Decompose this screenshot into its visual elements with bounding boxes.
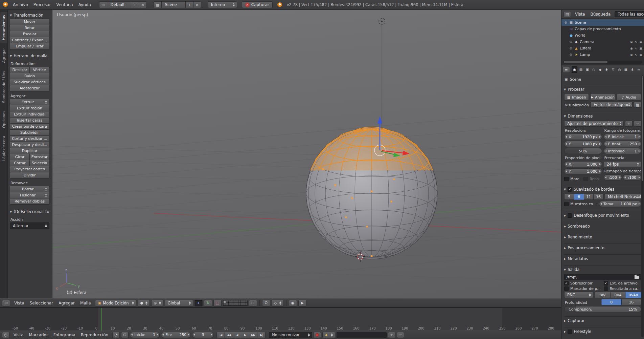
- preset-add-button[interactable]: +: [625, 121, 632, 127]
- frame-step-field[interactable]: Intervalo: 1: [604, 148, 642, 154]
- fps-dropdown[interactable]: 24 fps: [604, 161, 642, 167]
- depth-8-button[interactable]: 8: [601, 299, 622, 305]
- record-button[interactable]: [314, 332, 321, 338]
- properties-tab[interactable]: ▤: [578, 66, 584, 73]
- performance-panel-header[interactable]: ▶ Rendimiento: [564, 234, 642, 240]
- aa-filter-dropdown[interactable]: Mitchell-Netravali: [605, 194, 641, 200]
- render-animation-button[interactable]: ▶ Animación: [590, 94, 615, 101]
- tree-row-world[interactable]: ● World: [561, 32, 644, 39]
- scene-delete-button[interactable]: ×: [193, 1, 201, 8]
- aa-samples-8[interactable]: 8: [574, 194, 584, 200]
- layout-name-field[interactable]: Default: [107, 1, 131, 8]
- toolshelf-tab[interactable]: Agregar: [0, 45, 7, 66]
- menubar-item[interactable]: Vista: [572, 12, 588, 17]
- menubar-item[interactable]: Fotograma: [51, 333, 78, 337]
- toolshelf-tab[interactable]: Herramientas: [0, 12, 7, 43]
- select-toggle-icon[interactable]: ↖: [635, 40, 638, 44]
- menubar-item[interactable]: Vista: [12, 301, 27, 305]
- tree-row-scene[interactable]: ⊖ ▦ Scene: [561, 19, 644, 26]
- tool-button[interactable]: Extruir región: [10, 105, 49, 111]
- playback-button[interactable]: ◀◀: [225, 332, 233, 338]
- tool-button[interactable]: Dividir: [10, 172, 49, 178]
- metadata-panel-header[interactable]: ▶ Metadatos: [564, 255, 642, 262]
- tool-button[interactable]: Seleccio: [29, 160, 49, 166]
- tool-button[interactable]: Mover: [10, 19, 49, 25]
- editor-type-button[interactable]: ◷: [2, 332, 9, 338]
- snap-element-dropdown[interactable]: ◇: [272, 300, 284, 306]
- select-toggle-icon[interactable]: ↖: [635, 53, 638, 57]
- tool-button[interactable]: Suavizar vértices: [10, 79, 49, 85]
- menubar-item[interactable]: Ventana: [53, 2, 75, 7]
- properties-tab[interactable]: ◉: [572, 66, 577, 73]
- timeline-ruler[interactable]: -50-40-30-20-100102030405060708090100110…: [7, 326, 561, 330]
- tool-button[interactable]: Rotar: [10, 25, 49, 31]
- menubar-item[interactable]: Archivo: [10, 2, 31, 7]
- insert-keyframe-button[interactable]: +: [388, 332, 395, 338]
- menubar-item[interactable]: Malla: [77, 301, 94, 305]
- manipulator-translate-icon[interactable]: +: [194, 300, 203, 306]
- keying-set-dropdown[interactable]: ◆: [322, 332, 335, 338]
- toolshelf-tab[interactable]: Lápiz de cera: [0, 133, 7, 164]
- lock-frame-icon[interactable]: ⊡: [121, 332, 129, 338]
- capture-button[interactable]: × Capturar: [242, 1, 273, 8]
- tool-button[interactable]: Girar: [10, 154, 30, 160]
- motion-blur-panel-header[interactable]: ▶ ✓ Desenfoque por movimiento: [564, 212, 642, 219]
- properties-vscrollbar[interactable]: [641, 76, 644, 337]
- tool-button[interactable]: Enroscar: [29, 154, 49, 160]
- menubar-item[interactable]: Reproducción: [78, 333, 111, 337]
- merge-menu-button[interactable]: Fusionar: [10, 192, 49, 198]
- properties-tab[interactable]: ✱: [604, 66, 610, 73]
- dimensions-panel-header[interactable]: ▼ Dimensiones: [564, 113, 642, 120]
- properties-tab[interactable]: ◎: [617, 66, 622, 73]
- layout-browse-icon[interactable]: ⊞: [99, 1, 107, 8]
- opengl-render-image-icon[interactable]: ◉: [289, 300, 297, 306]
- render-toggle-icon[interactable]: ▣: [639, 40, 642, 44]
- color-rgb-button[interactable]: RVA: [610, 292, 626, 298]
- mesh-tools-panel-header[interactable]: ▼ Herram. de malla: [10, 52, 49, 59]
- motion-blur-checkbox[interactable]: ✓: [568, 213, 572, 218]
- layout-add-button[interactable]: +: [131, 1, 139, 8]
- folder-icon[interactable]: [635, 276, 639, 279]
- border-checkbox[interactable]: ✓ Marc: [564, 177, 582, 181]
- eye-toggle-icon[interactable]: ◉: [630, 40, 633, 44]
- playback-button[interactable]: ▶: [241, 332, 249, 338]
- tree-row-renderlayers[interactable]: ⊞ Capas de procesamiento: [561, 26, 644, 32]
- aa-size-field[interactable]: Tama: 1.000 px: [599, 201, 641, 207]
- tree-row-lamp[interactable]: ⊕ ☀ Lamp ◉ ↖ ▣: [561, 51, 644, 58]
- capture-panel-header[interactable]: ▶ Capturar: [564, 317, 642, 324]
- placeholders-checkbox[interactable]: ✓ Marcador de p...: [564, 287, 602, 291]
- action-dropdown[interactable]: Alternar: [10, 223, 49, 229]
- manipulator-rotate-icon[interactable]: ↻: [204, 300, 212, 306]
- current-frame-field[interactable]: 3: [192, 332, 214, 338]
- tool-button[interactable]: Duplicar: [10, 148, 49, 154]
- menubar-item[interactable]: Seleccionar: [27, 301, 56, 305]
- render-toggle-icon[interactable]: ▣: [639, 53, 642, 57]
- render-preset-dropdown[interactable]: Ajustes de procesamiento: [564, 121, 624, 127]
- compression-slider[interactable]: Compresión: 15%: [564, 306, 641, 312]
- render-audio-button[interactable]: ♪ Audio: [617, 94, 641, 101]
- viewport-shading-dropdown[interactable]: ●: [138, 300, 150, 306]
- menubar-item[interactable]: Agregar: [56, 301, 77, 305]
- toolshelf-tab[interactable]: Opciones: [0, 108, 7, 131]
- delete-keyframe-button[interactable]: −: [397, 332, 404, 338]
- properties-tab[interactable]: ▽: [610, 66, 616, 73]
- editor-type-button[interactable]: ▤: [564, 11, 571, 17]
- antialiasing-panel-header[interactable]: ▼ ✓ Suavizado de bordes: [564, 186, 642, 193]
- playback-button[interactable]: ▶▶: [249, 332, 257, 338]
- color-rgba-button[interactable]: RVAα: [625, 292, 641, 298]
- scene-browse-icon[interactable]: ▦: [154, 1, 162, 8]
- expand-icon[interactable]: ⊕: [569, 46, 573, 50]
- tool-button[interactable]: Contraer / Expan...: [10, 37, 49, 43]
- properties-tab[interactable]: ⊙: [642, 66, 644, 73]
- freestyle-panel-header[interactable]: ▶ ✓ Freestyle: [564, 328, 642, 335]
- aa-samples-11[interactable]: 11: [584, 194, 594, 200]
- tool-button[interactable]: Crear borde o cara: [10, 123, 49, 130]
- file-format-dropdown[interactable]: PNG: [564, 292, 593, 298]
- delete-menu-button[interactable]: Borrar: [10, 186, 49, 192]
- scene-add-button[interactable]: +: [185, 1, 193, 8]
- output-panel-header[interactable]: ▼ Salida: [564, 266, 642, 273]
- eye-toggle-icon[interactable]: ◉: [630, 47, 633, 50]
- snap-magnet-icon[interactable]: Ω: [262, 300, 270, 306]
- properties-tab[interactable]: ▦: [623, 66, 629, 73]
- output-path-field[interactable]: /tmp\: [564, 274, 641, 280]
